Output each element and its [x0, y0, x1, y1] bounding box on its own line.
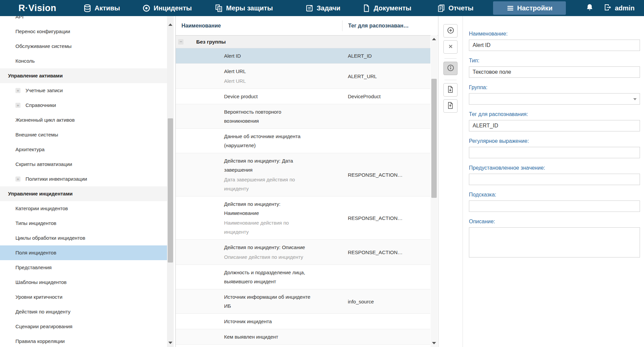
- type-field[interactable]: [469, 66, 640, 78]
- field-tag: [348, 329, 430, 344]
- group-select[interactable]: [469, 93, 640, 105]
- sidebar-item-label: Уровни критичности: [15, 294, 62, 300]
- sidebar-item-api[interactable]: API: [0, 16, 167, 24]
- expand-plus-icon[interactable]: +: [15, 88, 20, 93]
- table-row[interactable]: Должность и подразделение лица, выявивше…: [176, 265, 430, 289]
- scroll-down-arrow-icon[interactable]: [432, 342, 436, 344]
- regex-field[interactable]: [469, 147, 640, 158]
- user-menu[interactable]: admin: [604, 0, 635, 16]
- sidebar-item-automation-scripts[interactable]: Скрипты автоматизации: [0, 157, 167, 172]
- sidebar-item-incident-types[interactable]: Типы инцидентов: [0, 216, 167, 231]
- settings-icon: [506, 4, 514, 12]
- field-name: Действия по инциденту: Дата завершения: [224, 156, 313, 174]
- nav-item-tasks[interactable]: Задачи: [305, 0, 340, 16]
- nav-item-incidents[interactable]: Инциденты: [142, 0, 192, 16]
- scroll-up-arrow-icon[interactable]: [168, 23, 172, 26]
- field-subtitle: Alert URL: [224, 76, 308, 85]
- table-row[interactable]: Данные об источнике инцидента (нарушител…: [176, 129, 430, 153]
- nav-item-documents[interactable]: Документы: [362, 0, 411, 16]
- description-textarea[interactable]: [469, 227, 640, 257]
- sidebar-item-architecture[interactable]: Архитектура: [0, 142, 167, 157]
- table-row[interactable]: Действия по инциденту: Описание Описание…: [176, 240, 430, 265]
- table-row[interactable]: Alert ID ALERT_ID: [176, 48, 430, 64]
- settings-sidebar: API Перенос конфигурации Обслуживание си…: [0, 16, 167, 347]
- scroll-down-arrow-icon[interactable]: [168, 342, 172, 344]
- field-tag: ALERT_ID: [348, 48, 430, 63]
- sidebar-item-views[interactable]: Представления: [0, 260, 167, 275]
- sidebar-scrollbar[interactable]: [167, 16, 174, 347]
- nav-item-protection-measures[interactable]: Меры защиты: [215, 0, 273, 16]
- sidebar-item-system-maintenance[interactable]: Обслуживание системы: [0, 39, 167, 54]
- chevron-down-icon[interactable]: [633, 98, 637, 100]
- sidebar-item-incident-workflows[interactable]: Циклы обработки инцидентов: [0, 231, 167, 245]
- toolbar-separator: [444, 58, 457, 59]
- sidebar-item-directories[interactable]: + Справочники: [0, 98, 167, 113]
- sidebar-item-accounts[interactable]: + Учетные записи: [0, 83, 167, 98]
- sidebar-item-inventory-policies[interactable]: + Политики инвентаризации: [0, 172, 167, 186]
- sidebar-item-label: Типы инцидентов: [15, 220, 56, 226]
- table-row[interactable]: Device product DeviceProduct: [176, 89, 430, 104]
- expand-plus-icon[interactable]: +: [15, 103, 20, 108]
- table-row[interactable]: Вероятность повторного возникновения: [176, 104, 430, 129]
- table-rows: Alert ID ALERT_ID Alert URL Alert URL AL…: [176, 48, 430, 345]
- sidebar-item-label: Политики инвентаризации: [25, 176, 87, 182]
- group-row-no-group[interactable]: − Без группы: [176, 36, 430, 48]
- sidebar-item-external-systems[interactable]: Внешние системы: [0, 127, 167, 142]
- sidebar-item-incident-fields-selected[interactable]: Поля инцидентов: [0, 245, 167, 260]
- table-row[interactable]: Действия по инциденту: Наименование Наим…: [176, 196, 430, 240]
- sidebar-item-correlation-rules[interactable]: Правила корреляции: [0, 334, 167, 347]
- table-row[interactable]: Действия по инциденту: Дата завершения Д…: [176, 153, 430, 196]
- nav-item-reports[interactable]: Отчеты: [437, 0, 474, 16]
- field-tag: [348, 265, 430, 289]
- hint-field[interactable]: [469, 200, 640, 212]
- default-value-field[interactable]: [469, 174, 640, 185]
- field-tag: ALERT_URL: [348, 64, 430, 89]
- close-x-icon: [447, 43, 454, 51]
- scroll-up-arrow-icon[interactable]: [432, 38, 436, 40]
- table-row[interactable]: Alert URL Alert URL ALERT_URL: [176, 64, 430, 89]
- sidebar-section-incident-management: Управление инцидентами: [0, 186, 167, 201]
- field-info-button-active[interactable]: [443, 62, 458, 75]
- sidebar-item-label: Перенос конфигурации: [15, 28, 70, 34]
- protection-measures-icon: [215, 4, 223, 12]
- name-field[interactable]: [469, 40, 640, 51]
- field-tag: [348, 314, 430, 329]
- group-select-input[interactable]: [469, 93, 640, 105]
- add-field-button[interactable]: [443, 24, 458, 38]
- nav-item-label: Инциденты: [154, 4, 192, 12]
- sidebar-item-config-transfer[interactable]: Перенос конфигурации: [0, 24, 167, 39]
- sidebar-item-incident-actions[interactable]: Действия по инциденту: [0, 304, 167, 319]
- column-header-name[interactable]: Наименование: [176, 23, 342, 29]
- sidebar-item-response-scenarios[interactable]: Сценарии реагирования: [0, 319, 167, 334]
- sidebar-item-asset-lifecycle[interactable]: Жизненный цикл активов: [0, 113, 167, 127]
- column-header-tag[interactable]: Тег для распознаван…: [342, 20, 438, 31]
- table-scrollbar[interactable]: [431, 35, 437, 347]
- table-row[interactable]: Источник инцидента: [176, 314, 430, 329]
- sidebar-item-label: API: [15, 16, 23, 19]
- table-row[interactable]: Источник информации об инциденте ИБ info…: [176, 289, 430, 314]
- sidebar-item-label: Шаблоны инцидентов: [15, 279, 67, 285]
- notifications-button[interactable]: [586, 0, 594, 16]
- document-upload-icon: [447, 102, 454, 111]
- sidebar-item-criticality-levels[interactable]: Уровни критичности: [0, 290, 167, 304]
- remove-field-button[interactable]: [443, 40, 458, 54]
- sidebar-item-console[interactable]: Консоль: [0, 54, 167, 68]
- nav-item-assets[interactable]: Активы: [83, 0, 120, 16]
- collapse-minus-icon[interactable]: −: [178, 39, 183, 45]
- rvision-logo[interactable]: R·Vision: [18, 0, 56, 16]
- recognition-tag-field[interactable]: [469, 120, 640, 131]
- field-tag: RESPONSE_ACTION…: [348, 240, 430, 265]
- table-row[interactable]: Кем выявлен инцидент: [176, 329, 430, 345]
- nav-item-settings-active[interactable]: Настройки: [493, 1, 566, 15]
- field-name: Данные об источнике инцидента (нарушител…: [224, 132, 313, 150]
- assets-database-icon: [83, 4, 92, 12]
- expand-plus-icon[interactable]: +: [15, 177, 20, 182]
- export-fields-button[interactable]: [443, 99, 458, 113]
- table-scrollbar-thumb[interactable]: [431, 79, 437, 198]
- sidebar-scrollbar-thumb[interactable]: [168, 118, 173, 263]
- sidebar-item-incident-templates[interactable]: Шаблоны инцидентов: [0, 275, 167, 290]
- import-fields-button[interactable]: [443, 83, 458, 97]
- nav-item-label: Активы: [95, 4, 120, 12]
- sidebar-item-incident-categories[interactable]: Категории инцидентов: [0, 201, 167, 216]
- nav-item-label: Документы: [374, 4, 411, 12]
